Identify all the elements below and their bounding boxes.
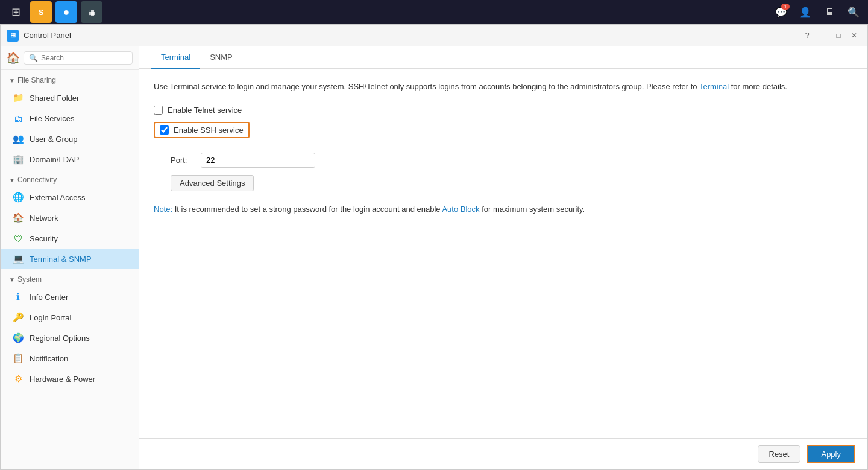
taskbar-app-2[interactable]: ● [55, 1, 77, 23]
taskbar-grid-icon[interactable]: ⊞ [5, 1, 27, 23]
taskbar-app-3[interactable]: ▦ [81, 1, 102, 23]
notification-icon[interactable]: 💬 1 [772, 2, 791, 22]
taskbar-app-1[interactable]: S [30, 1, 52, 23]
search-icon[interactable]: 🔍 [844, 2, 863, 22]
notification-badge: 1 [781, 4, 790, 10]
taskbar-right-icons: 💬 1 👤 🖥 🔍 [772, 2, 863, 22]
monitor-icon[interactable]: 🖥 [820, 2, 839, 22]
user-icon[interactable]: 👤 [796, 2, 815, 22]
taskbar: ⊞ S ● ▦ 💬 1 👤 🖥 🔍 [0, 0, 868, 24]
